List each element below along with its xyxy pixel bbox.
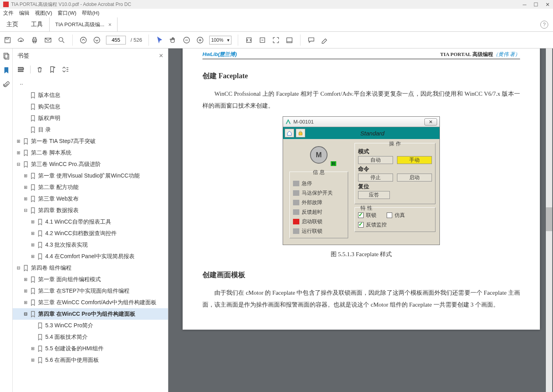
bookmark-item[interactable]: ⊞4.3 批次报表实现 xyxy=(13,239,168,251)
bookmark-item[interactable]: 版权声明 xyxy=(13,112,168,124)
bookmark-tree[interactable]: ·· 版本信息购买信息版权声明目 录⊞第一卷 TIA Step7高手突破⊞第二卷… xyxy=(13,76,168,392)
expander-icon[interactable]: ⊞ xyxy=(30,219,35,224)
menu-view[interactable]: 视图(V) xyxy=(35,10,52,17)
toolbar: / 526 100%▾ xyxy=(0,32,553,48)
bookmark-item[interactable]: ⊟第三卷 WinCC Pro.高级进阶 xyxy=(13,158,168,170)
bookmark-ribbon-icon xyxy=(23,138,29,145)
menu-file[interactable]: 文件 xyxy=(3,10,13,17)
bookmark-item[interactable]: ⊞第二章 配方功能 xyxy=(13,182,168,193)
bookmark-ribbon-icon xyxy=(30,104,36,110)
expander-icon[interactable]: ⊞ xyxy=(23,185,28,190)
expander-icon[interactable]: ⊟ xyxy=(23,311,28,317)
expander-icon[interactable]: ⊞ xyxy=(23,288,28,294)
bookmark-label: 第三章 在WinCC Comfort/Adv中为组件构建面板 xyxy=(38,299,156,306)
bookmark-item[interactable]: ⊞第二章 在STEP7中实现面向组件编程 xyxy=(13,285,168,297)
expander-icon[interactable]: ⊟ xyxy=(23,208,28,213)
bookmark-item[interactable]: 目 录 xyxy=(13,124,168,135)
zoom-out-icon[interactable] xyxy=(182,36,191,44)
zoom-select[interactable]: 100%▾ xyxy=(209,36,231,44)
heading: 创建 Faceplate xyxy=(202,71,520,81)
bookmark-item[interactable]: 购买信息 xyxy=(13,101,168,112)
bookmark-item[interactable]: ⊟第四章 数据报表 xyxy=(13,205,168,216)
panel-close-icon[interactable]: × xyxy=(159,52,163,60)
zoom-value: 100% xyxy=(211,37,224,43)
bookmark-ribbon-icon xyxy=(30,276,36,283)
signal-indicator xyxy=(293,209,299,215)
bookmark-dots[interactable]: ·· xyxy=(13,78,168,89)
delete-icon[interactable] xyxy=(36,66,43,73)
bookmark-item[interactable]: ⊞第一章 使用Visual Studio扩展WinCC功能 xyxy=(13,170,168,182)
bookmark-item[interactable]: ⊞4.1 WinCC自带的报表工具 xyxy=(13,216,168,228)
bookmark-item[interactable]: ⊞5.6 在画面中使用面板 xyxy=(13,354,168,366)
expander-icon[interactable]: ⊞ xyxy=(16,150,21,155)
expand-icon[interactable] xyxy=(62,66,69,73)
expander-icon[interactable]: ⊞ xyxy=(30,231,35,236)
tab-tools[interactable]: 工具 xyxy=(25,17,49,31)
expander-icon[interactable]: ⊞ xyxy=(30,346,35,351)
bookmark-item[interactable]: ⊟第四卷 组件编程 xyxy=(13,262,168,274)
page-up-icon[interactable] xyxy=(79,36,88,44)
zoom-in-icon[interactable] xyxy=(196,36,204,44)
search-icon[interactable] xyxy=(57,36,66,44)
expander-icon[interactable]: ⊞ xyxy=(30,357,35,363)
highlight-icon[interactable] xyxy=(320,36,329,44)
expander-icon[interactable]: ⊟ xyxy=(16,265,21,270)
bookmark-item[interactable]: 5.3 WinCC Pro简介 xyxy=(13,320,168,331)
new-bookmark-icon[interactable] xyxy=(49,66,56,73)
bookmark-item[interactable]: ⊞4.4 在Comfort Panel中实现简易报表 xyxy=(13,251,168,262)
bookmark-icon[interactable] xyxy=(3,67,10,74)
expander-icon[interactable]: ⊞ xyxy=(23,196,28,201)
tab-close-icon[interactable]: × xyxy=(108,21,112,28)
read-mode-icon[interactable] xyxy=(285,36,294,44)
options-icon[interactable] xyxy=(17,66,25,73)
tab-home[interactable]: 主页 xyxy=(0,17,25,31)
cloud-icon[interactable] xyxy=(17,36,25,44)
expander-icon[interactable]: ⊞ xyxy=(30,242,35,247)
bookmark-item[interactable]: ⊞第二卷 脚本系统 xyxy=(13,147,168,158)
fullscreen-icon[interactable] xyxy=(272,36,280,44)
thumbnails-icon[interactable] xyxy=(3,52,10,60)
mail-icon[interactable] xyxy=(44,36,52,44)
scrollbar-thumb[interactable] xyxy=(546,207,552,231)
print-icon[interactable] xyxy=(30,36,39,44)
bookmark-item[interactable]: 版本信息 xyxy=(13,89,168,101)
close-button[interactable]: ✕ xyxy=(545,2,550,8)
expander-icon[interactable]: ⊞ xyxy=(23,173,28,178)
attachment-icon[interactable] xyxy=(3,81,10,88)
hand-icon[interactable] xyxy=(169,36,177,44)
maximize-button[interactable]: ☐ xyxy=(534,2,538,8)
document-view[interactable]: HwLib(慧兰博) TIA PORTAL 高级编程（黄伟 著） 创建 Face… xyxy=(168,48,553,392)
lock-tab-icon xyxy=(296,129,305,137)
expander-icon[interactable]: ⊞ xyxy=(23,300,28,305)
tab-document[interactable]: TIA PORTAL高级编... × xyxy=(49,17,118,31)
expander-icon[interactable]: ⊟ xyxy=(16,162,21,167)
comment-icon[interactable] xyxy=(307,36,316,44)
bookmark-item[interactable]: ⊞第三章 在WinCC Comfort/Adv中为组件构建面板 xyxy=(13,297,168,308)
fit-width-icon[interactable] xyxy=(245,36,253,44)
bookmark-item[interactable]: ⊞4.2 WinCC归档数据查询控件 xyxy=(13,228,168,239)
svg-rect-15 xyxy=(5,54,9,60)
menu-edit[interactable]: 编辑 xyxy=(19,10,29,17)
heading: 创建画面模板 xyxy=(202,270,520,280)
pointer-icon[interactable] xyxy=(155,36,164,44)
expander-icon[interactable]: ⊞ xyxy=(30,254,35,259)
bookmark-item[interactable]: ⊟第四章 在WinCC Pro中为组件构建面板 xyxy=(13,308,168,320)
bookmark-item[interactable]: ⊞第三章 Web发布 xyxy=(13,193,168,205)
bookmark-item[interactable]: 5.4 面板技术简介 xyxy=(13,331,168,343)
menu-help[interactable]: 帮助(H) xyxy=(82,10,99,17)
reset-label: 复位 xyxy=(358,183,432,190)
fit-page-icon[interactable] xyxy=(258,36,267,44)
page-down-icon[interactable] xyxy=(92,36,101,44)
expander-icon[interactable]: ⊞ xyxy=(23,277,28,282)
bookmark-item[interactable]: ⊞第一卷 TIA Step7高手突破 xyxy=(13,135,168,147)
bookmark-item[interactable]: ⊞5.5 创建设备的HMI组件 xyxy=(13,343,168,354)
save-icon[interactable] xyxy=(3,36,12,44)
minimize-button[interactable]: ─ xyxy=(523,2,526,8)
menu-window[interactable]: 窗口(W) xyxy=(58,10,76,17)
signal-label: 马达保护开关 xyxy=(302,189,333,197)
bookmark-label: 第四章 数据报表 xyxy=(38,207,79,214)
bookmark-item[interactable]: ⊞第一章 面向组件编程模式 xyxy=(13,274,168,285)
expander-icon[interactable]: ⊞ xyxy=(16,139,21,144)
page-input[interactable] xyxy=(106,36,126,44)
help-button[interactable]: ? xyxy=(540,21,548,29)
